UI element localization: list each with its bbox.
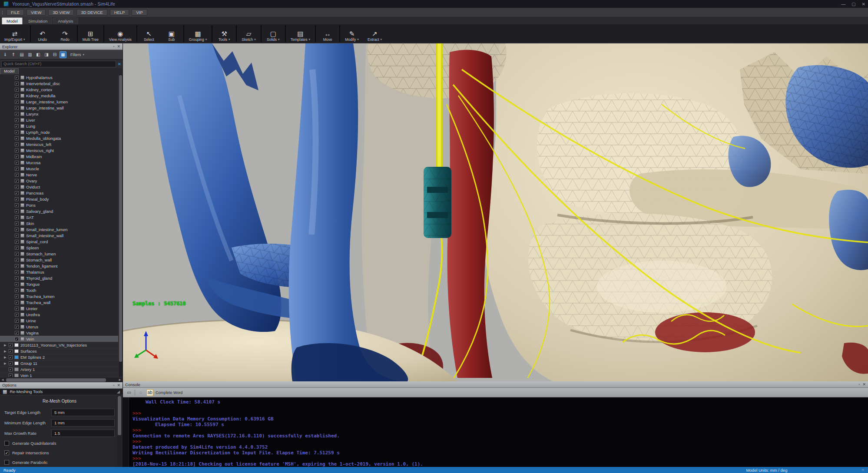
- console-pin-icon[interactable]: ▫: [858, 382, 860, 387]
- minimum-edge-length-input[interactable]: [51, 419, 115, 427]
- tree-item-urine[interactable]: ✓Urine: [0, 318, 118, 324]
- visibility-checkbox[interactable]: ✓: [15, 197, 19, 201]
- tree-item-tongue[interactable]: ✓Tongue: [0, 281, 118, 287]
- visibility-checkbox[interactable]: ✓: [15, 234, 19, 238]
- menu-item-3d-view[interactable]: 3D VIEW: [48, 9, 74, 16]
- tree-group-surfaces[interactable]: ▶✓Surfaces: [0, 348, 118, 354]
- 3d-viewport[interactable]: Samples : 5457610: [123, 43, 868, 381]
- move-button[interactable]: ↔Move: [316, 24, 339, 43]
- tree-item-small-intestine-lumen[interactable]: ✓Small_intestine_lumen: [0, 226, 118, 232]
- console-log[interactable]: Wall Clock Time: 58.4107 s >>>Visualizat…: [129, 397, 868, 467]
- visibility-checkbox[interactable]: ✓: [9, 361, 13, 365]
- import-model-icon[interactable]: ⇓: [2, 51, 9, 58]
- visibility-checkbox[interactable]: ✓: [15, 288, 19, 292]
- tab-analysis[interactable]: Analysis: [53, 17, 78, 24]
- tree-item-large-intestine-lumen[interactable]: ✓Large_intestine_lumen: [0, 99, 118, 105]
- grouping-button[interactable]: ▦Grouping▾: [185, 24, 211, 43]
- checkbox-row-repair-intersections[interactable]: ✓Repair Intersections: [4, 448, 115, 457]
- visibility-checkbox[interactable]: ✓: [15, 337, 19, 341]
- tree-item-tooth[interactable]: ✓Tooth: [0, 287, 118, 293]
- visibility-checkbox[interactable]: ✓: [9, 343, 13, 347]
- remeshing-tools-bar[interactable]: ▦ Re-Meshing Tools ◢: [0, 389, 123, 395]
- dropdown-caret-icon[interactable]: ▾: [254, 38, 256, 41]
- visibility-checkbox[interactable]: ✓: [15, 252, 19, 256]
- menu-item-vip[interactable]: VIP: [132, 9, 147, 16]
- visibility-checkbox[interactable]: ✓: [15, 209, 19, 213]
- tree-item-skin[interactable]: ✓Skin: [0, 220, 118, 226]
- menu-item-file[interactable]: FILE: [7, 9, 24, 16]
- modify-button[interactable]: ✎Modify▾: [341, 24, 363, 43]
- filters-dropdown[interactable]: Filters▾: [70, 53, 84, 57]
- visibility-checkbox[interactable]: ✓: [15, 282, 19, 286]
- tree-group-group-11[interactable]: ▶✓Group 11: [0, 360, 118, 366]
- tree-item-liver[interactable]: ✓Liver: [0, 117, 118, 123]
- tree-item-vein[interactable]: ✓Vein: [0, 336, 118, 342]
- dropdown-caret-icon[interactable]: ▾: [381, 38, 382, 41]
- visibility-checkbox[interactable]: ✓: [15, 179, 19, 183]
- multi-tree-button[interactable]: ⊞Multi Tree: [78, 24, 103, 43]
- visibility-checkbox[interactable]: ✓: [15, 155, 19, 159]
- visibility-checkbox[interactable]: ✓: [15, 331, 19, 335]
- visibility-checkbox[interactable]: ✓: [15, 94, 19, 98]
- checkbox-row-generate-parabolic[interactable]: Generate Parabolic: [4, 457, 115, 467]
- visibility-checkbox[interactable]: ✓: [15, 319, 19, 323]
- visibility-checkbox[interactable]: ✓: [15, 307, 19, 311]
- tree-item-ureter[interactable]: ✓Ureter: [0, 305, 118, 311]
- visibility-checkbox[interactable]: ✓: [15, 130, 19, 134]
- tree-item-mucosa[interactable]: ✓Mucosa: [0, 159, 118, 165]
- visibility-checkbox[interactable]: ✓: [15, 149, 19, 152]
- visibility-checkbox[interactable]: ✓: [15, 173, 19, 177]
- tree-item-thyroid-gland[interactable]: ✓Thyroid_gland: [0, 275, 118, 281]
- properties-icon[interactable]: ▥: [27, 51, 33, 58]
- show-all-icon[interactable]: ◧: [35, 51, 42, 58]
- tree-item-medulla-oblongata[interactable]: ✓Medulla_oblongata: [0, 135, 118, 141]
- checkbox-row-generate-quadrilaterals[interactable]: Generate Quadrilaterals: [4, 438, 115, 448]
- visibility-checkbox[interactable]: ✓: [15, 106, 19, 110]
- tools-button[interactable]: ⚒Tools▾: [213, 24, 235, 43]
- menu-item-help[interactable]: HELP: [110, 9, 129, 16]
- checkbox-icon[interactable]: [4, 460, 9, 465]
- explorer-pin-icon[interactable]: ▫: [113, 44, 114, 49]
- max-growth-rate-input[interactable]: [51, 430, 115, 437]
- new-group-icon[interactable]: ▤: [18, 51, 25, 58]
- model-section-tab[interactable]: Model: [0, 68, 123, 74]
- templates-button[interactable]: ▤Templates▾: [286, 24, 315, 43]
- grid-view-icon[interactable]: ▦: [60, 51, 66, 58]
- tree-item-large-intestine-wall[interactable]: ✓Large_intestine_wall: [0, 105, 118, 111]
- options-vertical-scrollbar[interactable]: [117, 395, 122, 467]
- tree-item-urethra[interactable]: ✓Urethra: [0, 311, 118, 318]
- redo-button[interactable]: ↷Redo: [54, 24, 76, 43]
- tree-item-stomach-lumen[interactable]: ✓Stomach_lumen: [0, 251, 118, 257]
- visibility-checkbox[interactable]: ✓: [15, 82, 19, 86]
- tree-item-lymph-node[interactable]: ✓Lymph_node: [0, 129, 118, 135]
- tree-item-midbrain[interactable]: ✓Midbrain: [0, 153, 118, 159]
- export-model-icon[interactable]: ⇑: [10, 51, 17, 58]
- expander-icon[interactable]: ▶: [3, 362, 7, 365]
- tree-item-meniscus-right[interactable]: ✓Meniscus_right: [0, 147, 118, 153]
- hscroll-left-arrow-icon[interactable]: ◄: [0, 377, 5, 383]
- tree-item-pancreas[interactable]: ✓Pancreas: [0, 190, 118, 196]
- tree-item-intervertebral-disc[interactable]: ✓Intervertebral_disc: [0, 80, 118, 86]
- visibility-checkbox[interactable]: ✓: [15, 136, 19, 140]
- visibility-checkbox[interactable]: ✓: [15, 191, 19, 195]
- visibility-checkbox[interactable]: ✓: [15, 76, 19, 79]
- solids-button[interactable]: ▢Solids▾: [262, 24, 285, 43]
- tree-item-meniscus-left[interactable]: ✓Meniscus_left: [0, 141, 118, 147]
- tab-model[interactable]: Model: [2, 17, 23, 24]
- visibility-checkbox[interactable]: ✓: [15, 301, 19, 304]
- visibility-checkbox[interactable]: ✓: [15, 294, 19, 298]
- explorer-horizontal-scrollbar[interactable]: ◄ ►: [0, 377, 123, 382]
- console-export-icon[interactable]: ▭: [126, 389, 133, 396]
- tree-item-ovary[interactable]: ✓Ovary: [0, 178, 118, 184]
- dropdown-caret-icon[interactable]: ▾: [278, 38, 280, 41]
- tree-item-spinal-cord[interactable]: ✓Spinal_cord: [0, 238, 118, 245]
- search-input[interactable]: [1, 61, 116, 67]
- undo-button[interactable]: ↶Undo: [31, 24, 54, 43]
- tree-item-muscle[interactable]: ✓Muscle: [0, 165, 118, 172]
- tree-item-pineal-body[interactable]: ✓Pineal_body: [0, 196, 118, 202]
- tree-item-small-intestine-wall[interactable]: ✓Small_intestine_wall: [0, 232, 118, 238]
- tab-simulation[interactable]: Simulation: [23, 17, 52, 24]
- tree-item-trachea-wall[interactable]: ✓Trachea_wall: [0, 299, 118, 305]
- visibility-checkbox[interactable]: ✓: [15, 161, 19, 165]
- tree-item-spleen[interactable]: ✓Spleen: [0, 245, 118, 251]
